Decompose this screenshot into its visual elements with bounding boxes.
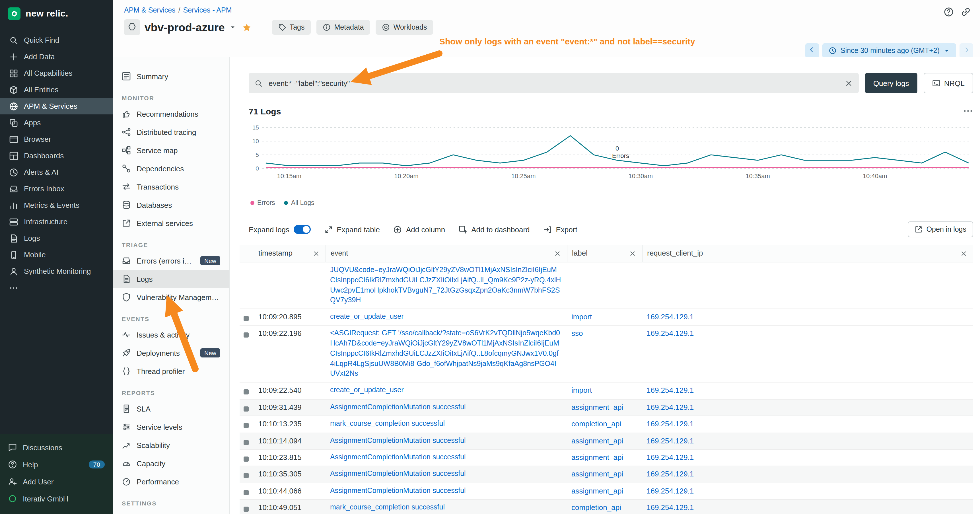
sidebar-footer-item-add-user[interactable]: Add User (0, 473, 113, 490)
ip-link[interactable]: 169.254.129.1 (646, 329, 694, 338)
subnav-item-capacity[interactable]: Capacity (113, 454, 229, 473)
table-row[interactable]: 10:10:23.815AssignmentCompletionMutation… (240, 450, 973, 466)
time-back-button[interactable] (805, 43, 819, 58)
subnav-item-summary[interactable]: Summary (113, 67, 229, 85)
logs-query-input[interactable] (267, 78, 840, 88)
row-checkbox[interactable] (243, 457, 249, 461)
ip-link[interactable]: 169.254.129.1 (646, 487, 694, 495)
ip-link[interactable]: 169.254.129.1 (646, 386, 694, 395)
help-circle-icon[interactable] (943, 7, 954, 17)
column-header-event[interactable]: event (326, 245, 567, 262)
sidebar-item-synthetic-monitoring[interactable]: Synthetic Monitoring (0, 263, 113, 280)
row-checkbox[interactable] (243, 389, 249, 395)
row-checkbox[interactable] (243, 423, 249, 428)
table-row[interactable]: 10:10:14.094AssignmentCompletionMutation… (240, 433, 973, 450)
subnav-item-performance[interactable]: Performance (113, 473, 229, 491)
sidebar-item-errors-inbox[interactable]: Errors Inbox (0, 180, 113, 197)
subnav-item-deployments[interactable]: DeploymentsNew (113, 344, 229, 362)
subnav-item-dependencies[interactable]: Dependencies (113, 159, 229, 178)
subnav-item-service-levels[interactable]: Service levels (113, 418, 229, 436)
add-column-button[interactable]: Add column (393, 225, 445, 234)
sidebar-item-logs[interactable]: Logs (0, 230, 113, 247)
nrql-button[interactable]: NRQL (924, 73, 973, 93)
row-checkbox[interactable] (243, 316, 249, 321)
event-link[interactable]: AssignmentCompletionMutation successful (330, 453, 466, 461)
query-logs-button[interactable]: Query logs (865, 73, 917, 93)
clear-query-icon[interactable] (845, 79, 853, 88)
table-row[interactable]: 10:09:22.196<ASGIRequest: GET '/sso/call… (240, 326, 973, 383)
column-header-label[interactable]: label (567, 245, 642, 262)
label-link[interactable]: assignment_api (571, 403, 623, 411)
ip-link[interactable]: 169.254.129.1 (646, 436, 694, 445)
export-button[interactable]: Export (544, 225, 578, 234)
metadata-button[interactable]: Metadata (317, 20, 370, 35)
subnav-item-transactions[interactable]: Transactions (113, 178, 229, 196)
legend-item-errors[interactable]: Errors (250, 199, 275, 206)
entity-switcher-caret-icon[interactable] (229, 24, 236, 31)
subnav-item-issues-activity[interactable]: Issues & activity (113, 326, 229, 344)
event-link[interactable]: AssignmentCompletionMutation successful (330, 487, 466, 495)
sidebar-item-ellipsis[interactable] (0, 280, 113, 296)
label-link[interactable]: assignment_api (571, 436, 623, 445)
event-link[interactable]: mark_course_completion successful (330, 420, 445, 428)
remove-column-label-icon[interactable] (629, 250, 636, 257)
subnav-item-scalability[interactable]: Scalability (113, 436, 229, 454)
label-link[interactable]: assignment_api (571, 470, 623, 478)
time-forward-button[interactable] (959, 43, 973, 58)
remove-column-request-client-ip-icon[interactable] (960, 250, 967, 257)
table-row[interactable]: 10:10:44.066AssignmentCompletionMutation… (240, 483, 973, 500)
label-link[interactable]: import (571, 312, 592, 321)
newrelic-logo[interactable]: new relic. (0, 0, 113, 27)
workloads-button[interactable]: Workloads (376, 20, 433, 35)
label-link[interactable]: assignment_api (571, 487, 623, 495)
table-row[interactable]: 10:09:31.439AssignmentCompletionMutation… (240, 399, 973, 416)
event-link[interactable]: <ASGIRequest: GET '/sso/callback/?state=… (330, 329, 560, 378)
sidebar-item-all-entities[interactable]: All Entities (0, 81, 113, 98)
label-link[interactable]: completion_api (571, 503, 621, 512)
subnav-item-thread-profiler[interactable]: Thread profiler (113, 362, 229, 380)
row-checkbox[interactable] (243, 406, 249, 411)
sidebar-footer-item-help[interactable]: Help70 (0, 456, 113, 473)
sidebar-item-apps[interactable]: Apps (0, 115, 113, 131)
remove-column-timestamp-icon[interactable] (312, 250, 320, 257)
add-to-dashboard-button[interactable]: Add to dashboard (459, 225, 530, 234)
event-link[interactable]: create_or_update_user (330, 386, 404, 394)
subnav-item-databases[interactable]: Databases (113, 196, 229, 214)
row-checkbox[interactable] (243, 333, 249, 338)
row-checkbox[interactable] (243, 440, 249, 445)
subnav-item-external-services[interactable]: External services (113, 214, 229, 232)
tags-button[interactable]: Tags (272, 20, 311, 35)
table-row[interactable]: 10:09:22.540create_or_update_userimport1… (240, 382, 973, 399)
sidebar-item-apm-services[interactable]: APM & Services (0, 98, 113, 115)
table-row[interactable]: 10:09:20.895create_or_update_userimport1… (240, 309, 973, 326)
sidebar-footer-item-discussions[interactable]: Discussions (0, 439, 113, 456)
more-options-icon[interactable] (963, 106, 973, 116)
table-row[interactable]: JUQVU&code=eyJraWQiOiJjcGltY29yZV8wOTl1M… (240, 263, 973, 309)
sidebar-item-browser[interactable]: Browser (0, 131, 113, 147)
row-checkbox[interactable] (243, 473, 249, 478)
ip-link[interactable]: 169.254.129.1 (646, 312, 694, 321)
ip-link[interactable]: 169.254.129.1 (646, 503, 694, 512)
label-link[interactable]: completion_api (571, 420, 621, 428)
column-header-timestamp[interactable]: timestamp (254, 245, 326, 262)
subnav-item-vulnerability-management[interactable]: Vulnerability Management (113, 288, 229, 306)
sidebar-item-mobile[interactable]: Mobile (0, 247, 113, 263)
expand-table-button[interactable]: Expand table (324, 225, 380, 234)
ip-link[interactable]: 169.254.129.1 (646, 403, 694, 411)
sidebar-item-dashboards[interactable]: Dashboards (0, 147, 113, 164)
subnav-item-errors-errors-inb[interactable]: Errors (errors inb...New (113, 251, 229, 270)
table-row[interactable]: 10:10:49.051mark_course_completion succe… (240, 500, 973, 514)
column-header-request-client-ip[interactable]: request_client_ip (642, 245, 973, 262)
subnav-item-sla[interactable]: SLA (113, 399, 229, 418)
remove-column-event-icon[interactable] (554, 250, 561, 257)
table-row[interactable]: 10:10:35.305AssignmentCompletionMutation… (240, 466, 973, 483)
event-link[interactable]: mark_course_completion successful (330, 503, 445, 511)
sidebar-item-all-capabilities[interactable]: All Capabilities (0, 65, 113, 81)
favorite-star-icon[interactable] (242, 22, 251, 32)
event-link[interactable]: JUQVU&code=eyJraWQiOiJjcGltY29yZV8wOTl1M… (330, 266, 561, 304)
sidebar-item-metrics-events[interactable]: Metrics & Events (0, 197, 113, 213)
legend-item-all-logs[interactable]: All Logs (284, 199, 315, 206)
row-checkbox[interactable] (243, 507, 249, 512)
event-link[interactable]: create_or_update_user (330, 312, 404, 320)
sidebar-item-infrastructure[interactable]: Infrastructure (0, 213, 113, 230)
